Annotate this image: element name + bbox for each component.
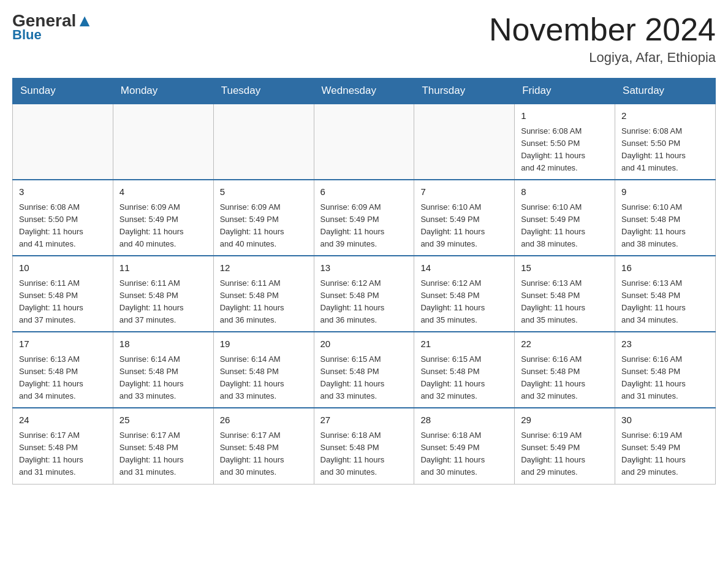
day-info: Sunrise: 6:08 AM Sunset: 5:50 PM Dayligh… [19,201,107,251]
calendar-cell: 18Sunrise: 6:14 AM Sunset: 5:48 PM Dayli… [113,332,213,408]
day-number: 5 [220,185,308,199]
day-number: 27 [320,413,408,427]
calendar-cell: 6Sunrise: 6:09 AM Sunset: 5:49 PM Daylig… [314,180,414,256]
day-number: 23 [621,337,709,351]
day-info: Sunrise: 6:18 AM Sunset: 5:49 PM Dayligh… [420,429,508,479]
day-info: Sunrise: 6:10 AM Sunset: 5:48 PM Dayligh… [621,201,709,251]
day-number: 24 [19,413,107,427]
weekday-header-thursday: Thursday [414,79,515,104]
day-number: 6 [320,185,408,199]
calendar-cell: 14Sunrise: 6:12 AM Sunset: 5:48 PM Dayli… [414,256,515,332]
calendar-cell [414,104,515,180]
day-number: 22 [521,337,609,351]
day-info: Sunrise: 6:09 AM Sunset: 5:49 PM Dayligh… [220,201,308,251]
weekday-header-tuesday: Tuesday [213,79,314,104]
day-info: Sunrise: 6:15 AM Sunset: 5:48 PM Dayligh… [420,353,508,403]
calendar-cell: 10Sunrise: 6:11 AM Sunset: 5:48 PM Dayli… [13,256,113,332]
calendar-cell: 13Sunrise: 6:12 AM Sunset: 5:48 PM Dayli… [314,256,414,332]
calendar-cell: 30Sunrise: 6:19 AM Sunset: 5:49 PM Dayli… [615,408,716,484]
calendar-cell: 19Sunrise: 6:14 AM Sunset: 5:48 PM Dayli… [213,332,314,408]
day-number: 8 [521,185,609,199]
day-number: 16 [621,261,709,275]
calendar-cell: 29Sunrise: 6:19 AM Sunset: 5:49 PM Dayli… [515,408,615,484]
week-row-4: 17Sunrise: 6:13 AM Sunset: 5:48 PM Dayli… [13,332,716,408]
calendar-cell: 8Sunrise: 6:10 AM Sunset: 5:49 PM Daylig… [515,180,615,256]
calendar-cell: 28Sunrise: 6:18 AM Sunset: 5:49 PM Dayli… [414,408,515,484]
day-number: 26 [220,413,308,427]
logo-blue: Blue [12,27,42,43]
day-number: 2 [621,109,709,123]
day-info: Sunrise: 6:14 AM Sunset: 5:48 PM Dayligh… [220,353,308,403]
day-number: 12 [220,261,308,275]
day-info: Sunrise: 6:17 AM Sunset: 5:48 PM Dayligh… [119,429,207,479]
week-row-5: 24Sunrise: 6:17 AM Sunset: 5:48 PM Dayli… [13,408,716,484]
day-info: Sunrise: 6:08 AM Sunset: 5:50 PM Dayligh… [621,125,709,175]
day-info: Sunrise: 6:14 AM Sunset: 5:48 PM Dayligh… [119,353,207,403]
calendar-cell: 11Sunrise: 6:11 AM Sunset: 5:48 PM Dayli… [113,256,213,332]
day-number: 28 [420,413,508,427]
day-number: 30 [621,413,709,427]
weekday-header-friday: Friday [515,79,615,104]
day-number: 29 [521,413,609,427]
location: Logiya, Afar, Ethiopia [489,50,716,66]
day-info: Sunrise: 6:10 AM Sunset: 5:49 PM Dayligh… [420,201,508,251]
day-info: Sunrise: 6:18 AM Sunset: 5:48 PM Dayligh… [320,429,408,479]
day-number: 21 [420,337,508,351]
day-number: 14 [420,261,508,275]
day-info: Sunrise: 6:19 AM Sunset: 5:49 PM Dayligh… [621,429,709,479]
calendar-cell: 4Sunrise: 6:09 AM Sunset: 5:49 PM Daylig… [113,180,213,256]
week-row-2: 3Sunrise: 6:08 AM Sunset: 5:50 PM Daylig… [13,180,716,256]
calendar-cell: 5Sunrise: 6:09 AM Sunset: 5:49 PM Daylig… [213,180,314,256]
day-number: 17 [19,337,107,351]
calendar-cell: 9Sunrise: 6:10 AM Sunset: 5:48 PM Daylig… [615,180,716,256]
day-number: 7 [420,185,508,199]
day-info: Sunrise: 6:08 AM Sunset: 5:50 PM Dayligh… [521,125,609,175]
day-info: Sunrise: 6:11 AM Sunset: 5:48 PM Dayligh… [220,277,308,327]
weekday-header-sunday: Sunday [13,79,113,104]
calendar-cell [113,104,213,180]
calendar-cell: 15Sunrise: 6:13 AM Sunset: 5:48 PM Dayli… [515,256,615,332]
day-number: 20 [320,337,408,351]
day-info: Sunrise: 6:09 AM Sunset: 5:49 PM Dayligh… [320,201,408,251]
weekday-header-saturday: Saturday [615,79,716,104]
day-number: 1 [521,109,609,123]
weekday-header-wednesday: Wednesday [314,79,414,104]
calendar-cell: 22Sunrise: 6:16 AM Sunset: 5:48 PM Dayli… [515,332,615,408]
day-info: Sunrise: 6:13 AM Sunset: 5:48 PM Dayligh… [521,277,609,327]
calendar-cell: 23Sunrise: 6:16 AM Sunset: 5:48 PM Dayli… [615,332,716,408]
day-info: Sunrise: 6:15 AM Sunset: 5:48 PM Dayligh… [320,353,408,403]
month-title: November 2024 [489,12,716,47]
day-number: 11 [119,261,207,275]
week-row-3: 10Sunrise: 6:11 AM Sunset: 5:48 PM Dayli… [13,256,716,332]
page-header: General▲ Blue November 2024 Logiya, Afar… [12,12,716,66]
day-number: 19 [220,337,308,351]
calendar-cell: 3Sunrise: 6:08 AM Sunset: 5:50 PM Daylig… [13,180,113,256]
logo: General▲ Blue [12,12,93,43]
day-number: 18 [119,337,207,351]
calendar-cell: 25Sunrise: 6:17 AM Sunset: 5:48 PM Dayli… [113,408,213,484]
day-number: 15 [521,261,609,275]
calendar-cell: 27Sunrise: 6:18 AM Sunset: 5:48 PM Dayli… [314,408,414,484]
day-number: 3 [19,185,107,199]
calendar-cell: 21Sunrise: 6:15 AM Sunset: 5:48 PM Dayli… [414,332,515,408]
day-info: Sunrise: 6:16 AM Sunset: 5:48 PM Dayligh… [621,353,709,403]
day-info: Sunrise: 6:19 AM Sunset: 5:49 PM Dayligh… [521,429,609,479]
calendar-cell: 7Sunrise: 6:10 AM Sunset: 5:49 PM Daylig… [414,180,515,256]
day-info: Sunrise: 6:13 AM Sunset: 5:48 PM Dayligh… [19,353,107,403]
calendar-cell: 2Sunrise: 6:08 AM Sunset: 5:50 PM Daylig… [615,104,716,180]
day-info: Sunrise: 6:17 AM Sunset: 5:48 PM Dayligh… [220,429,308,479]
calendar-cell: 20Sunrise: 6:15 AM Sunset: 5:48 PM Dayli… [314,332,414,408]
day-number: 13 [320,261,408,275]
day-info: Sunrise: 6:11 AM Sunset: 5:48 PM Dayligh… [119,277,207,327]
day-info: Sunrise: 6:11 AM Sunset: 5:48 PM Dayligh… [19,277,107,327]
day-number: 4 [119,185,207,199]
weekday-header-monday: Monday [113,79,213,104]
calendar-cell: 16Sunrise: 6:13 AM Sunset: 5:48 PM Dayli… [615,256,716,332]
day-info: Sunrise: 6:12 AM Sunset: 5:48 PM Dayligh… [320,277,408,327]
day-info: Sunrise: 6:09 AM Sunset: 5:49 PM Dayligh… [119,201,207,251]
weekday-header-row: SundayMondayTuesdayWednesdayThursdayFrid… [13,79,716,104]
day-info: Sunrise: 6:12 AM Sunset: 5:48 PM Dayligh… [420,277,508,327]
calendar-cell [314,104,414,180]
day-info: Sunrise: 6:13 AM Sunset: 5:48 PM Dayligh… [621,277,709,327]
day-info: Sunrise: 6:17 AM Sunset: 5:48 PM Dayligh… [19,429,107,479]
